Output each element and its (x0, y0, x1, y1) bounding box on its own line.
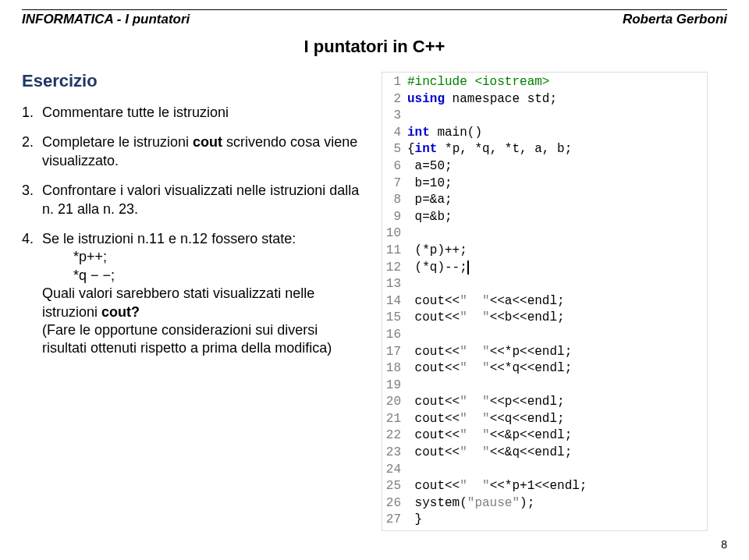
code-line: 22 cout<<" "<<&p<<endl; (384, 427, 705, 445)
code-text: cout<<" "<<*p+1<<endl; (407, 478, 705, 495)
code-line: 12 (*q)--; (384, 260, 705, 277)
line-number: 23 (384, 445, 407, 462)
line-number: 18 (384, 360, 407, 377)
code-text: (*q)--; (407, 260, 705, 277)
code-text (407, 225, 705, 243)
code-line: 19 (384, 377, 705, 395)
code-line: 14 cout<<" "<<a<<endl; (384, 293, 705, 310)
exercise-item-3: 3. Confrontare i valori visualizzati nel… (22, 182, 365, 218)
line-number: 13 (384, 276, 407, 293)
line-number: 5 (384, 141, 407, 158)
code-line: 17 cout<<" "<<*p<<endl; (384, 344, 705, 361)
line-number: 4 (384, 125, 407, 142)
code-text (407, 377, 705, 395)
code-text: cout<<" "<<p<<endl; (407, 394, 705, 411)
line-number: 25 (384, 478, 407, 495)
line-number: 8 (384, 192, 407, 209)
code-text: p=&a; (407, 192, 705, 209)
code-text (407, 327, 705, 344)
item-text: Commentare tutte le istruzioni (42, 104, 365, 122)
header-left: INFORMATICA - I puntatori (22, 12, 190, 27)
line-number: 3 (384, 108, 407, 125)
item-number: 3. (22, 182, 42, 218)
code-text (407, 462, 705, 479)
item-text: Se le istruzioni n.11 e n.12 fossero sta… (42, 230, 365, 358)
exercise-label: Esercizio (22, 71, 365, 91)
code-text: b=10; (407, 175, 705, 193)
code-block: 1#include <iostream>2using namespace std… (382, 72, 708, 531)
code-line: 8 p=&a; (384, 192, 705, 209)
code-text: q=&b; (407, 209, 705, 226)
code-line: 4int main() (384, 125, 705, 142)
code-line: 11 (*p)++; (384, 243, 705, 260)
code-text: int main() (407, 125, 705, 142)
line-number: 2 (384, 91, 407, 108)
code-line: 26 system("pause"); (384, 495, 705, 512)
code-text: } (407, 512, 705, 529)
exercise-item-4: 4. Se le istruzioni n.11 e n.12 fossero … (22, 230, 365, 358)
code-text (407, 276, 705, 293)
code-text: cout<<" "<<&p<<endl; (407, 427, 705, 445)
exercise-column: Esercizio 1. Commentare tutte le istruzi… (22, 71, 365, 532)
line-number: 9 (384, 209, 407, 226)
code-line: 10 (384, 225, 705, 243)
line-number: 24 (384, 462, 407, 479)
code-text: cout<<" "<<b<<endl; (407, 310, 705, 327)
line-number: 22 (384, 427, 407, 445)
code-line: 15 cout<<" "<<b<<endl; (384, 310, 705, 327)
code-text (407, 108, 705, 125)
line-number: 15 (384, 310, 407, 327)
item-number: 2. (22, 133, 42, 170)
code-line: 6 a=50; (384, 158, 705, 175)
exercise-item-1: 1. Commentare tutte le istruzioni (22, 104, 365, 122)
code-text: cout<<" "<<q<<endl; (407, 411, 705, 428)
item-number: 1. (22, 104, 42, 122)
header-right: Roberta Gerboni (623, 12, 727, 27)
line-number: 16 (384, 327, 407, 344)
line-number: 20 (384, 394, 407, 411)
code-line: 21 cout<<" "<<q<<endl; (384, 411, 705, 428)
code-line: 3 (384, 108, 705, 125)
code-line: 5{int *p, *q, *t, a, b; (384, 141, 705, 158)
code-text: (*p)++; (407, 243, 705, 260)
code-line: 7 b=10; (384, 175, 705, 193)
code-line: 2using namespace std; (384, 91, 705, 108)
code-line: 23 cout<<" "<<&q<<endl; (384, 445, 705, 462)
page-header: INFORMATICA - I puntatori Roberta Gerbon… (22, 12, 727, 27)
code-text: cout<<" "<<*p<<endl; (407, 344, 705, 361)
line-number: 1 (384, 74, 407, 91)
code-line: 27 } (384, 512, 705, 529)
code-line: 25 cout<<" "<<*p+1<<endl; (384, 478, 705, 495)
item-number: 4. (22, 230, 42, 358)
page-title: I puntatori in C++ (22, 37, 727, 57)
code-line: 18 cout<<" "<<*q<<endl; (384, 360, 705, 377)
code-text: cout<<" "<<&q<<endl; (407, 445, 705, 462)
line-number: 21 (384, 411, 407, 428)
page-number: 8 (721, 538, 727, 551)
line-number: 26 (384, 495, 407, 512)
code-text: using namespace std; (407, 91, 705, 108)
code-text: #include <iostream> (407, 74, 705, 91)
exercise-item-2: 2. Completare le istruzioni cout scriven… (22, 133, 365, 170)
line-number: 11 (384, 243, 407, 260)
code-column: 1#include <iostream>2using namespace std… (381, 71, 708, 532)
code-line: 1#include <iostream> (384, 74, 705, 91)
line-number: 10 (384, 225, 407, 243)
code-text: system("pause"); (407, 495, 705, 512)
code-text: cout<<" "<<a<<endl; (407, 293, 705, 310)
item-text: Confrontare i valori visualizzati nelle … (42, 182, 365, 218)
line-number: 19 (384, 377, 407, 395)
code-line: 16 (384, 327, 705, 344)
code-line: 9 q=&b; (384, 209, 705, 226)
code-text: a=50; (407, 158, 705, 175)
line-number: 27 (384, 512, 407, 529)
line-number: 14 (384, 293, 407, 310)
line-number: 6 (384, 158, 407, 175)
line-number: 17 (384, 344, 407, 361)
code-line: 20 cout<<" "<<p<<endl; (384, 394, 705, 411)
item-text: Completare le istruzioni cout scrivendo … (42, 133, 365, 170)
code-line: 13 (384, 276, 705, 293)
line-number: 7 (384, 175, 407, 193)
code-text: {int *p, *q, *t, a, b; (407, 141, 705, 158)
line-number: 12 (384, 260, 407, 277)
